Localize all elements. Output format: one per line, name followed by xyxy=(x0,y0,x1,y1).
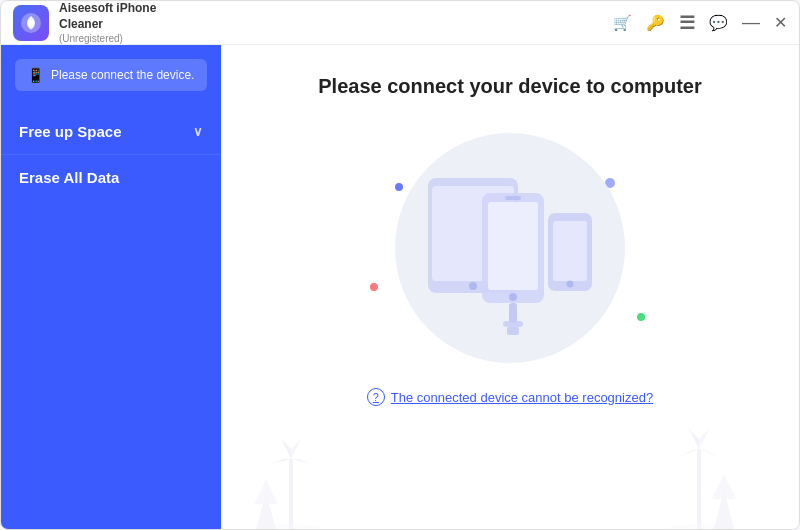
svg-marker-18 xyxy=(271,459,291,464)
window-controls: 🛒 🔑 ☰ 💬 — ✕ xyxy=(613,12,787,34)
svg-point-4 xyxy=(469,282,477,290)
svg-marker-17 xyxy=(291,439,301,459)
svg-rect-7 xyxy=(505,196,521,200)
dot-red-ml xyxy=(370,283,378,291)
devices-svg xyxy=(410,158,610,338)
page-title: Please connect your device to computer xyxy=(318,75,701,98)
app-title-block: Aiseesoft iPhone Cleaner (Unregistered) xyxy=(59,1,613,43)
svg-marker-25 xyxy=(699,429,709,449)
svg-rect-23 xyxy=(697,449,701,529)
svg-rect-14 xyxy=(507,327,519,335)
connect-btn-label: Please connect the device. xyxy=(51,68,194,82)
minimize-button[interactable]: — xyxy=(742,12,760,33)
svg-point-11 xyxy=(567,281,574,288)
title-bar: Aiseesoft iPhone Cleaner (Unregistered) … xyxy=(1,1,799,45)
sidebar: 📱 Please connect the device. Free up Spa… xyxy=(1,45,221,529)
chevron-down-icon: ∨ xyxy=(193,124,203,139)
sidebar-item-free-up-space[interactable]: Free up Space ∨ xyxy=(1,109,221,155)
svg-marker-24 xyxy=(689,429,699,449)
svg-point-8 xyxy=(509,293,517,301)
svg-rect-6 xyxy=(488,202,538,290)
svg-rect-10 xyxy=(553,221,587,281)
svg-point-1 xyxy=(28,20,34,26)
sidebar-item-erase-all-data[interactable]: Erase All Data xyxy=(1,155,221,200)
device-illustration xyxy=(340,128,680,368)
svg-rect-15 xyxy=(289,459,293,529)
app-subtitle: (Unregistered) xyxy=(59,33,613,44)
app-logo xyxy=(13,5,49,41)
phone-icon: 📱 xyxy=(27,67,44,83)
svg-marker-19 xyxy=(291,459,311,464)
cart-icon[interactable]: 🛒 xyxy=(613,14,632,32)
app-name2: Cleaner xyxy=(59,17,613,33)
dot-green-mr xyxy=(637,313,645,321)
svg-rect-12 xyxy=(509,303,517,323)
main-layout: 📱 Please connect the device. Free up Spa… xyxy=(1,45,799,529)
chat-icon[interactable]: 💬 xyxy=(709,14,728,32)
bg-decoration-left xyxy=(251,429,331,529)
svg-marker-22 xyxy=(254,479,278,504)
bg-decoration-right xyxy=(659,419,739,529)
svg-rect-13 xyxy=(503,321,523,327)
menu-icon[interactable]: ☰ xyxy=(679,12,695,34)
free-up-space-label: Free up Space xyxy=(19,123,122,140)
app-name: Aiseesoft iPhone xyxy=(59,1,613,17)
help-link[interactable]: ? The connected device cannot be recogni… xyxy=(367,388,653,406)
svg-marker-26 xyxy=(679,449,699,457)
help-icon: ? xyxy=(367,388,385,406)
erase-all-data-label: Erase All Data xyxy=(19,169,119,186)
svg-marker-16 xyxy=(281,439,291,459)
key-icon[interactable]: 🔑 xyxy=(646,14,665,32)
content-area: Please connect your device to computer xyxy=(221,45,799,529)
close-button[interactable]: ✕ xyxy=(774,13,787,32)
help-link-text: The connected device cannot be recognize… xyxy=(391,390,653,405)
svg-marker-27 xyxy=(699,449,719,457)
connect-device-button[interactable]: 📱 Please connect the device. xyxy=(15,59,207,91)
svg-marker-30 xyxy=(712,474,736,499)
dot-blue-tl xyxy=(395,183,403,191)
